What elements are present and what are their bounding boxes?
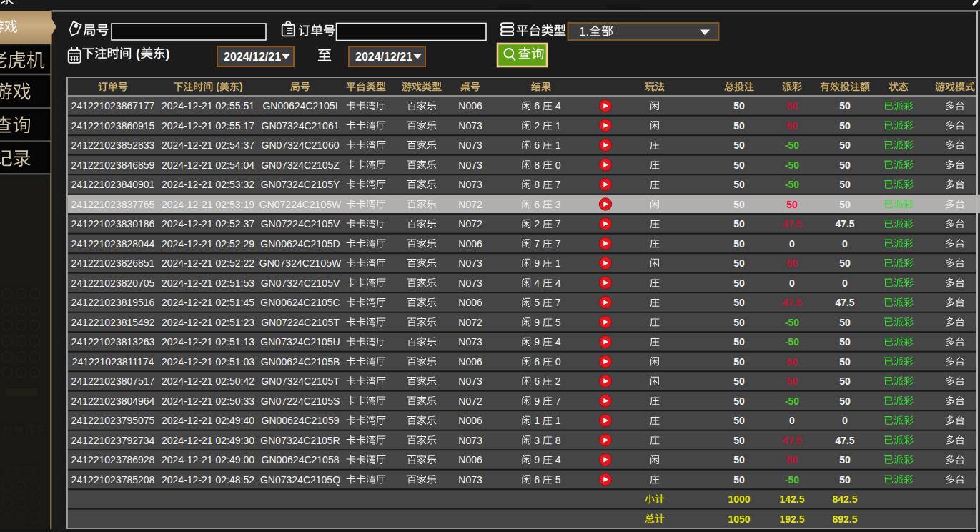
svg-text:142.5: 142.5 (779, 493, 804, 505)
svg-text:GN07224C2105S: GN07224C2105S (261, 395, 340, 407)
svg-text:GN07324C2105Z: GN07324C2105Z (261, 159, 340, 171)
svg-text:4: 4 (555, 277, 561, 289)
svg-text:50: 50 (733, 257, 745, 269)
svg-text:50: 50 (839, 199, 851, 210)
svg-text:50: 50 (839, 356, 851, 368)
svg-text:9: 9 (534, 454, 540, 466)
svg-text:50: 50 (839, 139, 851, 151)
svg-text:2024-12-21 02:51:03: 2024-12-21 02:51:03 (162, 356, 254, 368)
svg-text:N006: N006 (458, 297, 482, 308)
svg-text:4: 4 (555, 454, 561, 466)
svg-text:2024-12-21 02:49:00: 2024-12-21 02:49:00 (162, 454, 254, 466)
svg-text:50: 50 (839, 179, 851, 190)
svg-text:N073: N073 (458, 336, 482, 348)
svg-text:2024-12-21 02:54:04: 2024-12-21 02:54:04 (162, 159, 254, 171)
svg-text:0: 0 (789, 238, 795, 250)
svg-text:2024/12/21: 2024/12/21 (355, 51, 412, 63)
svg-text:47.5: 47.5 (835, 435, 854, 446)
svg-text:6: 6 (534, 375, 540, 387)
svg-text:241221023840901: 241221023840901 (71, 179, 155, 190)
svg-text:50: 50 (839, 375, 851, 387)
svg-text:50: 50 (733, 454, 745, 466)
svg-text:50: 50 (733, 199, 745, 210)
svg-text:50: 50 (733, 474, 745, 486)
svg-text:): ) (166, 46, 170, 61)
svg-text:-50: -50 (785, 336, 799, 348)
svg-text:1: 1 (555, 120, 561, 132)
svg-text:GN07324C21060: GN07324C21060 (262, 139, 340, 151)
svg-text:241221023795075: 241221023795075 (71, 415, 155, 426)
svg-text:N073: N073 (458, 139, 482, 151)
svg-text:50: 50 (839, 159, 851, 171)
svg-text:8: 8 (534, 179, 540, 190)
svg-text:(: ( (216, 81, 219, 92)
svg-text:2024-12-21 02:49:40: 2024-12-21 02:49:40 (162, 415, 254, 426)
svg-text:50: 50 (733, 336, 745, 348)
svg-text:GN07224C2105T: GN07224C2105T (261, 317, 340, 328)
svg-text:50: 50 (733, 238, 745, 250)
svg-text:6: 6 (534, 356, 540, 368)
svg-text:2: 2 (534, 218, 540, 230)
svg-text:4: 4 (555, 100, 561, 112)
svg-text:4: 4 (555, 336, 561, 348)
svg-text:50: 50 (786, 199, 798, 210)
svg-text:9: 9 (534, 395, 540, 407)
svg-text:47.5: 47.5 (835, 297, 854, 308)
svg-text:N072: N072 (458, 218, 482, 230)
svg-text:GN07224C2105V: GN07224C2105V (261, 218, 340, 230)
svg-text:N073: N073 (458, 435, 482, 446)
svg-text:7: 7 (534, 238, 540, 250)
svg-text:N073: N073 (458, 120, 482, 132)
svg-text:1: 1 (555, 257, 561, 269)
svg-text:GN00624C21058: GN00624C21058 (262, 454, 340, 466)
svg-text:2024-12-21 02:51:13: 2024-12-21 02:51:13 (162, 336, 254, 348)
svg-text:0: 0 (555, 159, 561, 171)
svg-text:2024-12-21 02:54:37: 2024-12-21 02:54:37 (162, 139, 254, 151)
svg-text:GN07324C21061: GN07324C21061 (262, 120, 340, 132)
svg-text:50: 50 (786, 120, 798, 132)
svg-text:GN07324C2105U: GN07324C2105U (260, 336, 340, 348)
svg-text:9: 9 (534, 257, 540, 269)
svg-text:50: 50 (733, 179, 745, 190)
svg-text:4: 4 (534, 277, 540, 289)
svg-text:842.5: 842.5 (832, 493, 857, 505)
svg-text:GN07324C2105Q: GN07324C2105Q (260, 474, 340, 486)
svg-text:50: 50 (733, 218, 745, 230)
svg-text:2: 2 (534, 120, 540, 132)
svg-text:50: 50 (733, 435, 745, 446)
svg-text:GN07324C2105V: GN07324C2105V (261, 277, 340, 289)
svg-text:6: 6 (534, 199, 540, 210)
svg-text:N006: N006 (458, 356, 482, 368)
svg-text:N073: N073 (458, 375, 482, 387)
svg-text:1: 1 (555, 139, 561, 151)
svg-text:3: 3 (534, 435, 540, 446)
svg-text:2024-12-21 02:48:52: 2024-12-21 02:48:52 (162, 474, 254, 486)
svg-text:N006: N006 (458, 100, 482, 112)
svg-text:GN00624C2105D: GN00624C2105D (260, 238, 340, 250)
svg-text:GN00624C2105C: GN00624C2105C (260, 297, 340, 308)
svg-text:241221023811174: 241221023811174 (72, 356, 154, 368)
svg-text:50: 50 (839, 336, 851, 348)
svg-text:-50: -50 (785, 159, 799, 171)
svg-text:0: 0 (789, 415, 795, 426)
svg-text:241221023786928: 241221023786928 (71, 454, 155, 466)
svg-text:-50: -50 (785, 139, 799, 151)
svg-text:2024-12-21 02:52:37: 2024-12-21 02:52:37 (162, 218, 254, 230)
svg-text:50: 50 (839, 317, 851, 328)
svg-text:9: 9 (534, 336, 540, 348)
svg-text:N072: N072 (458, 395, 482, 407)
svg-text:241221023813263: 241221023813263 (71, 336, 155, 348)
svg-text:50: 50 (839, 100, 851, 112)
svg-text:-50: -50 (785, 474, 799, 486)
svg-text:1: 1 (534, 415, 540, 426)
svg-text:50: 50 (733, 415, 745, 426)
svg-text:241221023807517: 241221023807517 (71, 375, 155, 387)
svg-text:N072: N072 (458, 317, 482, 328)
svg-text:-50: -50 (785, 317, 799, 328)
svg-text:50: 50 (786, 454, 798, 466)
svg-text:50: 50 (786, 356, 798, 368)
svg-text:2024-12-21 02:53:19: 2024-12-21 02:53:19 (162, 199, 254, 210)
svg-text:241221023830186: 241221023830186 (71, 218, 155, 230)
svg-text:0: 0 (555, 356, 561, 368)
svg-text:50: 50 (786, 100, 798, 112)
